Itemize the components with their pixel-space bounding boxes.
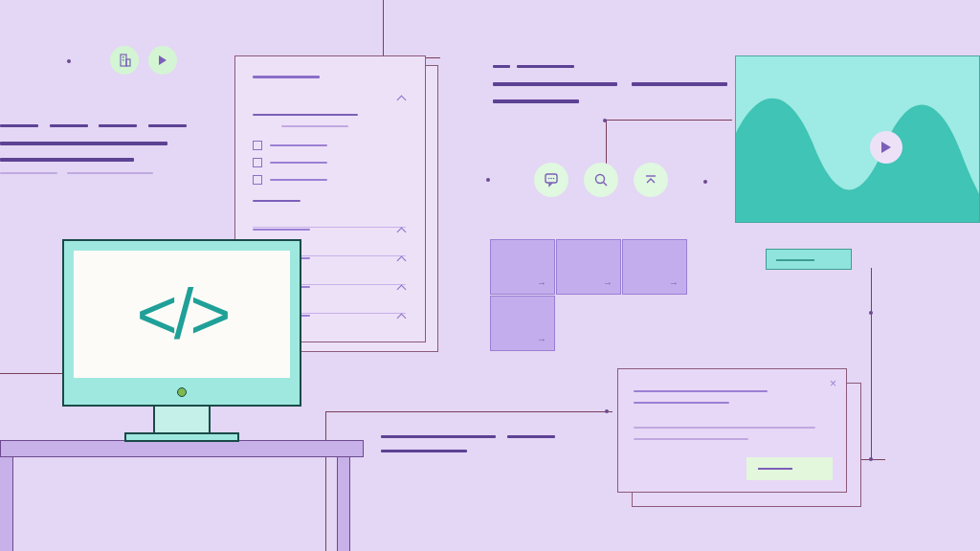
connector-line xyxy=(325,411,326,551)
divider xyxy=(253,227,406,228)
chevron-up-icon[interactable] xyxy=(398,286,408,292)
building-icon-button[interactable] xyxy=(110,46,139,75)
play-button[interactable] xyxy=(870,131,902,164)
svg-point-8 xyxy=(596,175,605,184)
text-placeholder xyxy=(632,82,727,86)
decorative-dot xyxy=(486,178,490,182)
text-placeholder xyxy=(270,144,327,146)
text-placeholder xyxy=(253,229,310,231)
dialog-window[interactable]: × xyxy=(617,368,847,493)
collapse-button[interactable] xyxy=(634,163,668,197)
checkbox[interactable] xyxy=(253,175,262,185)
text-placeholder xyxy=(493,65,510,68)
wave-graphic xyxy=(736,56,980,223)
decorative-dot xyxy=(605,409,609,413)
play-icon-button[interactable] xyxy=(148,46,177,75)
kanban-card[interactable]: → xyxy=(622,239,687,295)
text-placeholder xyxy=(634,402,729,404)
checkbox[interactable] xyxy=(253,158,262,167)
text-placeholder xyxy=(253,76,320,78)
arrow-icon: → xyxy=(537,334,546,344)
chat-icon xyxy=(544,172,559,187)
arrow-icon: → xyxy=(603,277,612,288)
text-placeholder xyxy=(634,438,748,440)
label-badge[interactable] xyxy=(766,249,852,270)
svg-point-6 xyxy=(550,178,552,180)
dialog-action-button[interactable] xyxy=(746,457,833,480)
checkbox[interactable] xyxy=(253,141,262,150)
chat-button[interactable] xyxy=(534,163,568,197)
arrow-icon: → xyxy=(537,277,546,288)
text-placeholder xyxy=(634,390,768,392)
kanban-card[interactable]: → xyxy=(490,296,555,351)
connector-line xyxy=(383,0,384,57)
svg-line-9 xyxy=(604,183,608,187)
text-placeholder xyxy=(281,125,348,127)
text-placeholder xyxy=(0,158,134,162)
play-icon xyxy=(159,55,167,65)
text-placeholder xyxy=(0,142,167,145)
power-indicator xyxy=(177,387,187,397)
collapse-up-icon xyxy=(643,172,658,187)
code-symbol: </> xyxy=(137,274,228,355)
text-placeholder xyxy=(270,179,327,181)
arrow-icon: → xyxy=(669,277,679,288)
decorative-dot xyxy=(869,311,873,315)
text-placeholder xyxy=(148,124,187,127)
chevron-up-icon[interactable] xyxy=(398,229,408,234)
text-placeholder xyxy=(507,435,555,438)
chevron-up-icon[interactable] xyxy=(398,315,408,320)
text-placeholder xyxy=(67,172,153,174)
desk-leg xyxy=(337,457,350,551)
svg-point-5 xyxy=(548,178,550,180)
close-icon[interactable]: × xyxy=(830,377,836,390)
play-icon xyxy=(881,142,891,153)
search-button[interactable] xyxy=(584,163,618,197)
text-placeholder xyxy=(50,124,88,127)
connector-line xyxy=(325,411,612,412)
text-placeholder xyxy=(253,114,358,116)
decorative-dot xyxy=(703,180,707,184)
svg-point-7 xyxy=(553,178,555,180)
kanban-card[interactable]: → xyxy=(490,239,555,295)
connector-line xyxy=(871,268,872,459)
text-placeholder xyxy=(0,124,38,127)
search-icon xyxy=(593,172,609,187)
text-placeholder xyxy=(270,162,327,164)
text-placeholder xyxy=(99,124,137,127)
video-panel[interactable] xyxy=(735,55,980,223)
svg-rect-3 xyxy=(122,59,124,61)
desk-leg xyxy=(0,457,13,551)
text-placeholder xyxy=(381,435,496,438)
text-placeholder xyxy=(493,99,579,103)
text-placeholder xyxy=(493,82,617,86)
text-placeholder xyxy=(758,468,792,470)
chevron-up-icon[interactable] xyxy=(398,97,408,102)
text-placeholder xyxy=(776,259,814,261)
decorative-dot xyxy=(67,59,71,63)
desk-top xyxy=(0,440,364,457)
text-placeholder xyxy=(517,65,574,68)
text-placeholder xyxy=(253,200,301,202)
decorative-dot xyxy=(869,457,873,461)
text-placeholder xyxy=(381,450,467,452)
decorative-dot xyxy=(603,119,607,122)
kanban-card[interactable]: → xyxy=(556,239,621,295)
monitor-base xyxy=(124,432,239,442)
connector-line xyxy=(0,373,62,374)
monitor: </> xyxy=(62,239,301,407)
connector-line xyxy=(606,120,732,121)
chevron-up-icon[interactable] xyxy=(398,257,408,263)
text-placeholder xyxy=(634,427,815,429)
svg-rect-2 xyxy=(122,56,124,58)
building-icon xyxy=(118,54,131,67)
text-placeholder xyxy=(0,172,57,174)
svg-rect-1 xyxy=(126,59,130,66)
